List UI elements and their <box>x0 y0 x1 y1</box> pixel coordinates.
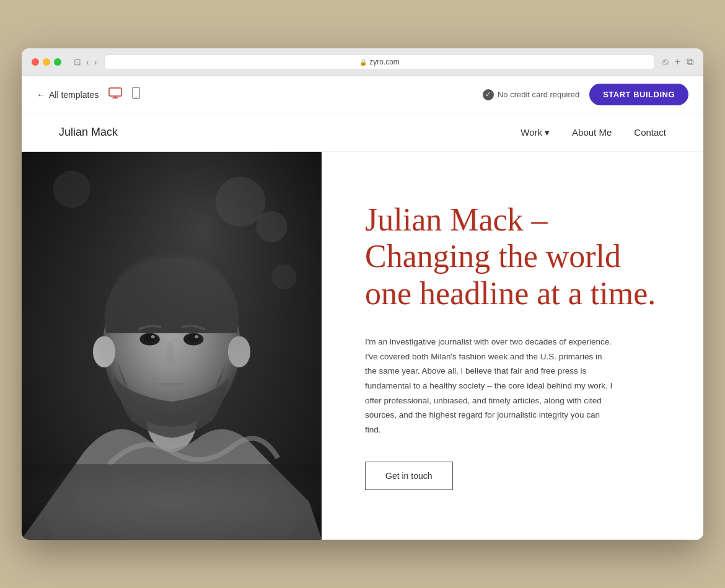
duplicate-icon[interactable]: ⧉ <box>687 56 693 68</box>
hero-headline: Julian Mack – Changing the world one hea… <box>365 201 666 312</box>
browser-controls: ⊡ ‹ › <box>74 57 97 67</box>
new-tab-icon[interactable]: + <box>675 56 680 68</box>
url-text: zyro.com <box>369 58 400 66</box>
back-icon[interactable]: ‹ <box>86 57 89 67</box>
no-credit-card-notice: ✓ No credit card required <box>483 89 579 100</box>
dropdown-chevron-icon: ▾ <box>545 127 550 138</box>
browser-window: ⊡ ‹ › 🔒 zyro.com ⎋ + ⧉ ← All templates <box>22 48 703 539</box>
toolbar: ← All templates <box>22 76 703 113</box>
share-icon[interactable]: ⎋ <box>662 56 669 68</box>
mobile-icon[interactable] <box>132 87 140 102</box>
site-nav: Julian Mack Work ▾ About Me Contact <box>22 113 703 152</box>
nav-contact[interactable]: Contact <box>634 127 666 138</box>
traffic-lights <box>32 58 61 66</box>
lock-icon: 🔒 <box>359 59 367 66</box>
nav-work[interactable]: Work ▾ <box>521 127 550 138</box>
get-in-touch-button[interactable]: Get in touch <box>365 462 453 490</box>
svg-rect-0 <box>109 88 121 96</box>
portrait-photo <box>22 152 322 539</box>
forward-icon[interactable]: › <box>94 57 97 67</box>
browser-actions: ⎋ + ⧉ <box>662 56 693 68</box>
svg-rect-21 <box>22 465 322 540</box>
hero-content: Julian Mack – Changing the world one hea… <box>322 152 703 539</box>
sidebar-icon[interactable]: ⊡ <box>74 57 81 67</box>
website-preview: Julian Mack Work ▾ About Me Contact <box>22 113 703 539</box>
desktop-icon[interactable] <box>108 87 122 102</box>
back-label: All templates <box>49 90 99 100</box>
close-button[interactable] <box>32 58 39 66</box>
check-icon: ✓ <box>483 89 494 100</box>
site-nav-links: Work ▾ About Me Contact <box>521 127 666 138</box>
nav-about[interactable]: About Me <box>572 127 612 138</box>
hero-image <box>22 152 322 539</box>
hero-body-text: I'm an investigative journalist with ove… <box>365 335 613 437</box>
back-arrow-icon: ← <box>37 90 45 100</box>
minimize-button[interactable] <box>43 58 50 66</box>
hero-section: Julian Mack – Changing the world one hea… <box>22 152 703 539</box>
back-to-templates[interactable]: ← All templates <box>37 90 99 100</box>
start-building-button[interactable]: START BUILDING <box>589 84 688 105</box>
no-cc-label: No credit card required <box>498 90 579 99</box>
device-icons <box>108 87 140 102</box>
toolbar-left: ← All templates <box>37 87 140 102</box>
maximize-button[interactable] <box>54 58 61 66</box>
address-bar[interactable]: 🔒 zyro.com <box>104 55 654 69</box>
site-brand: Julian Mack <box>59 126 118 139</box>
browser-chrome: ⊡ ‹ › 🔒 zyro.com ⎋ + ⧉ <box>22 48 703 76</box>
toolbar-right: ✓ No credit card required START BUILDING <box>483 84 688 105</box>
svg-point-2 <box>136 97 137 98</box>
